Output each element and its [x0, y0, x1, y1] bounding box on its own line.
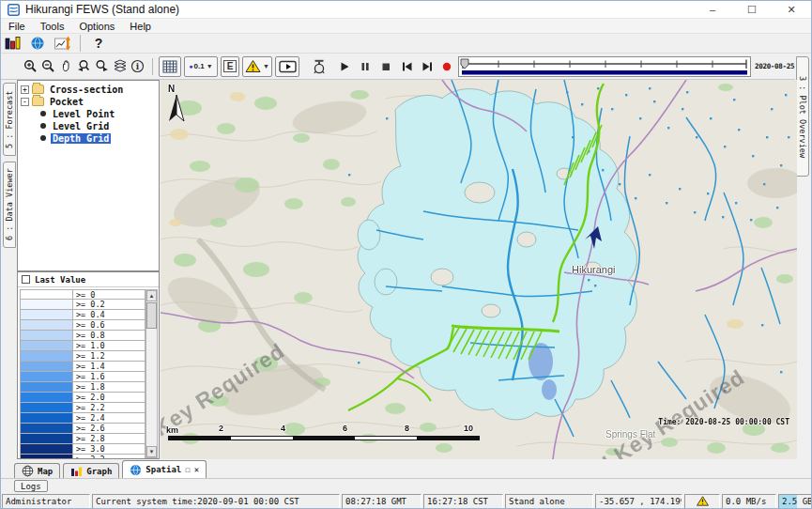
menu-bar: FileToolsOptionsHelp	[1, 19, 811, 34]
help-button[interactable]: ?	[86, 33, 111, 54]
tree-item[interactable]: - Pocket	[20, 96, 157, 107]
menu-item[interactable]: Options	[71, 21, 122, 32]
zoom-out-icon[interactable]	[39, 56, 57, 77]
tree-item-label[interactable]: Cross-section	[48, 85, 125, 95]
tree-item[interactable]: Level Grid	[20, 120, 157, 131]
restore-icon[interactable]: ☐	[185, 465, 190, 474]
legend-swatch	[21, 444, 73, 454]
zoom-in-icon[interactable]	[22, 56, 39, 77]
tab-spatial[interactable]: Spatial ☐ ✕	[122, 460, 207, 478]
layers-icon[interactable]	[111, 56, 129, 77]
globe-icon[interactable]	[25, 33, 50, 54]
tree-item-label[interactable]: Pocket	[48, 97, 85, 107]
stop-icon[interactable]	[377, 56, 394, 77]
minimize-icon[interactable]: –	[693, 1, 732, 18]
legend-label: >= 2.8	[73, 434, 105, 443]
chart-arrow-icon[interactable]	[50, 33, 74, 54]
map-canvas[interactable]: N API Key Required API Key Required Hiku…	[161, 80, 797, 459]
globe-wireframe-icon	[22, 465, 34, 477]
close-icon[interactable]: ✕	[772, 1, 811, 18]
legend-swatch	[21, 300, 73, 309]
scroll-thumb[interactable]	[146, 302, 157, 329]
maximize-icon[interactable]: ☐	[732, 1, 772, 18]
tree-item[interactable]: Depth Grid	[20, 132, 157, 144]
tree-item-label[interactable]: Level Point	[51, 109, 116, 119]
status-mode: Stand alone	[505, 494, 593, 509]
step-backward-icon[interactable]	[398, 56, 415, 77]
folder-icon	[32, 85, 44, 94]
zoom-next-icon[interactable]	[93, 56, 111, 77]
title-bar: Hikurangi FEWS (Stand alone) – ☐ ✕	[1, 1, 811, 19]
close-icon[interactable]: ✕	[194, 465, 199, 474]
legend-label: >= 1.4	[73, 362, 105, 371]
map-time-label: Time: 2020-08-25 00:00:00 CST	[658, 418, 789, 426]
tree-item[interactable]: + Cross-section	[20, 84, 157, 95]
legend-panel: Last Value >= 0 >= 0.2 >= 0.4 >= 0.6 >= …	[17, 271, 160, 459]
warning-threshold-dropdown[interactable]: ▼	[242, 56, 272, 77]
legend-swatch	[21, 320, 73, 330]
tab-plot-overview[interactable]: 3 : Plot Overview	[796, 56, 809, 177]
scalebar-numbers: 246810	[161, 424, 498, 433]
legend-label: >= 0.8	[73, 331, 105, 340]
legend-swatch	[21, 341, 73, 350]
animation-movie-icon[interactable]	[275, 56, 299, 77]
legend-row: >= 0.2	[20, 300, 146, 310]
legend-scrollbar[interactable]: ▲ ▼	[146, 289, 158, 458]
tab-graph[interactable]: Graph	[63, 463, 119, 478]
pan-hand-icon[interactable]	[57, 56, 75, 77]
status-local-time: 16:27:18 CST	[423, 494, 503, 509]
status-network-speed: 0.0 MB/s	[722, 494, 776, 509]
tree-expander[interactable]: +	[21, 85, 29, 94]
step-forward-icon[interactable]	[419, 56, 436, 77]
chevron-down-icon: ▼	[263, 63, 269, 69]
legend-swatch	[21, 382, 73, 392]
contour-interval-dropdown[interactable]: ● 0.1 ▼	[184, 56, 218, 77]
legend-swatch	[21, 413, 73, 423]
tree-item[interactable]: Level Point	[20, 108, 157, 119]
record-icon[interactable]	[439, 56, 454, 77]
tree-expander[interactable]: -	[21, 98, 29, 106]
database-icon[interactable]	[1, 33, 25, 54]
play-icon[interactable]	[336, 56, 353, 77]
legend-row: >= 2.2	[20, 403, 146, 413]
extent-button[interactable]: E	[221, 56, 239, 77]
timeline-slider[interactable]	[458, 56, 751, 77]
status-bar: Administrator Current system time:2020-0…	[1, 493, 811, 509]
tab-graph-label: Graph	[86, 467, 112, 476]
status-warning[interactable]	[684, 494, 720, 509]
scroll-up-icon[interactable]: ▲	[146, 290, 157, 301]
legend-label: >= 3.0	[73, 444, 105, 454]
legend-swatch	[21, 393, 73, 402]
legend-row: >= 1.0	[20, 341, 146, 351]
scalebar-tick: 8	[405, 424, 409, 433]
tab-data-viewer[interactable]: 6 : Data Viewer	[3, 162, 16, 248]
legend-swatch	[21, 362, 73, 371]
tree-item-label[interactable]: Depth Grid	[51, 133, 111, 144]
legend-swatch	[21, 403, 73, 412]
chevron-down-icon: ▼	[207, 63, 213, 69]
last-value-checkbox[interactable]	[22, 275, 30, 284]
zoom-previous-icon[interactable]	[75, 56, 93, 77]
town-label: Hikurangi	[572, 264, 615, 275]
time-navigator-icon[interactable]	[308, 56, 330, 77]
legend-label: >= 0.6	[73, 320, 105, 330]
legend-swatch	[21, 310, 73, 319]
tree-item-label[interactable]: Level Grid	[51, 121, 111, 131]
pause-icon[interactable]	[357, 56, 374, 77]
logs-button[interactable]: Logs	[14, 480, 48, 492]
menu-item[interactable]: Help	[122, 21, 159, 32]
menu-item[interactable]: File	[1, 21, 33, 32]
scalebar-tick: 10	[464, 424, 473, 433]
scroll-down-icon[interactable]: ▼	[146, 446, 157, 457]
legend-row: >= 2.6	[20, 424, 146, 434]
legend-row: >= 3.0	[20, 444, 146, 455]
legend-row: >= 0.8	[20, 331, 146, 341]
legend-row: >= 1.4	[20, 362, 146, 372]
legend-label: >= 1.2	[73, 351, 105, 361]
grid-display-icon[interactable]	[159, 56, 181, 77]
tab-map[interactable]: Map	[14, 463, 60, 478]
legend-label: >= 2.0	[73, 393, 105, 402]
tab-forecast[interactable]: 5 : Forecast	[3, 83, 16, 156]
info-icon[interactable]: i	[129, 56, 146, 77]
menu-item[interactable]: Tools	[33, 21, 72, 32]
